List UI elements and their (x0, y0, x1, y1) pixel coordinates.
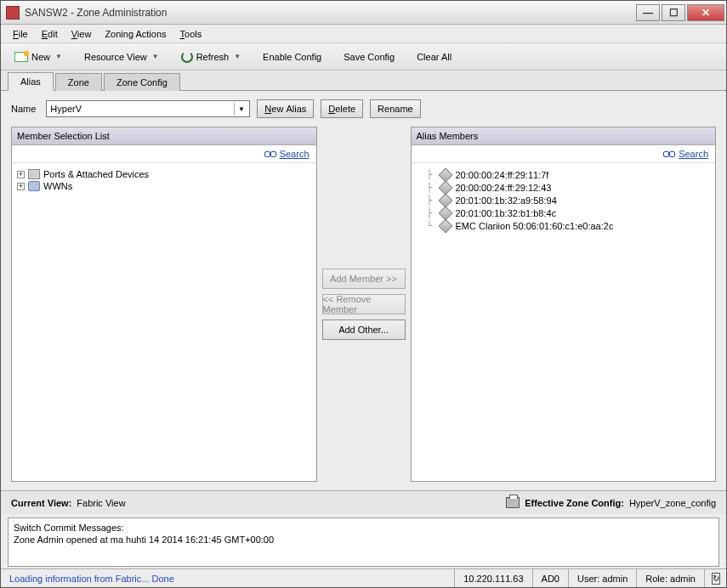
menubar: File Edit View Zoning Actions Tools (1, 25, 726, 43)
commit-messages-box: Switch Commit Messages: Zone Admin opene… (8, 517, 719, 567)
status-ip: 10.220.111.63 (454, 569, 531, 587)
member-tree[interactable]: + Ports & Attached Devices + WWNs (12, 163, 316, 481)
toolbar: New▼ Resource View▼ Refresh▼ Enable Conf… (1, 43, 726, 71)
app-icon (6, 6, 20, 20)
tree-label: Ports & Attached Devices (43, 169, 149, 179)
current-view-value: Fabric View (77, 498, 125, 508)
window-buttons: — ☐ ✕ (634, 4, 724, 21)
menu-tools[interactable]: Tools (173, 27, 209, 41)
tree-node-wwns[interactable]: + WWNs (17, 180, 311, 192)
refresh-icon (181, 51, 193, 63)
transfer-buttons: Add Member >> << Remove Member Add Other… (317, 127, 411, 482)
member-search-link[interactable]: Search (280, 149, 310, 159)
add-member-button[interactable]: Add Member >> (322, 269, 406, 289)
tab-zone-config[interactable]: Zone Config (104, 73, 180, 91)
minimize-button[interactable]: — (636, 4, 660, 21)
delete-button[interactable]: Delete (321, 99, 363, 118)
alias-search-link[interactable]: Search (679, 149, 708, 159)
current-view-label: Current View: (11, 498, 71, 508)
add-other-button[interactable]: Add Other... (322, 319, 406, 340)
resource-view-button[interactable]: Resource View▼ (79, 50, 164, 64)
commit-line: Zone Admin opened at ma huhti 14 2014 16… (14, 534, 713, 546)
alias-member-item[interactable]: ├20:01:00:1b:32:b1:b8:4c (417, 206, 711, 219)
member-search-row: Search (12, 145, 316, 163)
new-button[interactable]: New▼ (9, 50, 67, 64)
main-area: Member Selection List Search + Ports & A… (1, 127, 726, 490)
status-loading: Loading information from Fabric... Done (1, 569, 454, 587)
search-icon (663, 150, 675, 158)
view-bar: Current View: Fabric View Effective Zone… (1, 490, 726, 514)
combo-caret-icon: ▼ (234, 103, 247, 115)
new-alias-button[interactable]: New Alias (257, 99, 314, 118)
status-role: Role: admin (636, 569, 704, 587)
menu-edit[interactable]: Edit (35, 27, 65, 41)
search-icon (264, 150, 276, 158)
remove-member-button[interactable]: << Remove Member (322, 294, 406, 314)
save-config-button[interactable]: Save Config (338, 50, 400, 64)
name-row: Name HyperV ▼ New Alias Delete Rename (1, 91, 726, 127)
enable-config-button[interactable]: Enable Config (258, 50, 327, 64)
tree-label: WWNs (43, 181, 72, 191)
alias-members-panel: Alias Members Search ├20:00:00:24:ff:29:… (411, 127, 717, 482)
name-combo[interactable]: HyperV ▼ (46, 100, 250, 117)
new-icon (14, 52, 28, 62)
refresh-button[interactable]: Refresh▼ (176, 49, 246, 65)
status-bar: Loading information from Fabric... Done … (1, 568, 726, 587)
status-user: User: admin (568, 569, 636, 587)
app-window: SANSW2 - Zone Administration — ☐ ✕ File … (0, 0, 727, 588)
member-selection-header: Member Selection List (12, 127, 316, 145)
wwn-icon (28, 181, 40, 191)
printer-icon[interactable] (506, 497, 520, 508)
clear-all-button[interactable]: Clear All (412, 50, 457, 64)
rename-button[interactable]: Rename (370, 99, 421, 118)
caret-icon: ▼ (55, 53, 62, 60)
alias-members-header: Alias Members (412, 127, 716, 145)
status-ad: AD0 (532, 569, 568, 587)
expand-icon[interactable]: + (17, 171, 25, 178)
name-value: HyperV (50, 104, 82, 114)
alias-members-list[interactable]: ├20:00:00:24:ff:29:11:7f ├20:00:00:24:ff… (412, 163, 716, 481)
refresh-small-icon: ↻ (712, 573, 720, 585)
ports-icon (28, 169, 40, 179)
effective-config-value: HyperV_zone_config (629, 498, 716, 508)
member-label: EMC Clariion 50:06:01:60:c1:e0:aa:2c (456, 221, 614, 231)
expand-icon[interactable]: + (17, 183, 25, 190)
member-label: 20:00:00:24:ff:29:12:43 (456, 183, 552, 193)
alias-member-item[interactable]: └EMC Clariion 50:06:01:60:c1:e0:aa:2c (417, 219, 711, 232)
device-icon (438, 218, 452, 233)
close-button[interactable]: ✕ (687, 4, 724, 21)
tab-zone[interactable]: Zone (55, 73, 102, 91)
titlebar: SANSW2 - Zone Administration — ☐ ✕ (1, 1, 726, 25)
alias-member-item[interactable]: ├20:01:00:1b:32:a9:58:94 (417, 194, 711, 206)
member-selection-panel: Member Selection List Search + Ports & A… (11, 127, 317, 482)
menu-file[interactable]: File (6, 27, 35, 41)
menu-view[interactable]: View (65, 27, 99, 41)
alias-member-item[interactable]: ├20:00:00:24:ff:29:12:43 (417, 181, 711, 194)
alias-search-row: Search (412, 145, 716, 163)
effective-config-label: Effective Zone Config: (525, 498, 624, 508)
member-label: 20:00:00:24:ff:29:11:7f (456, 170, 549, 180)
maximize-button[interactable]: ☐ (662, 4, 685, 21)
menu-zoning-actions[interactable]: Zoning Actions (98, 27, 173, 41)
name-label: Name (11, 104, 36, 114)
caret-icon: ▼ (152, 53, 159, 60)
window-title: SANSW2 - Zone Administration (25, 7, 634, 19)
member-label: 20:01:00:1b:32:a9:58:94 (456, 195, 557, 206)
commit-header: Switch Commit Messages: (14, 522, 713, 534)
tab-row: Alias Zone Zone Config (1, 71, 726, 91)
tree-node-ports[interactable]: + Ports & Attached Devices (17, 168, 311, 180)
alias-member-item[interactable]: ├20:00:00:24:ff:29:11:7f (417, 168, 711, 181)
member-label: 20:01:00:1b:32:b1:b8:4c (456, 208, 557, 218)
status-refresh-button[interactable]: ↻ (704, 569, 726, 587)
caret-icon: ▼ (234, 53, 241, 60)
tab-alias[interactable]: Alias (8, 72, 54, 91)
